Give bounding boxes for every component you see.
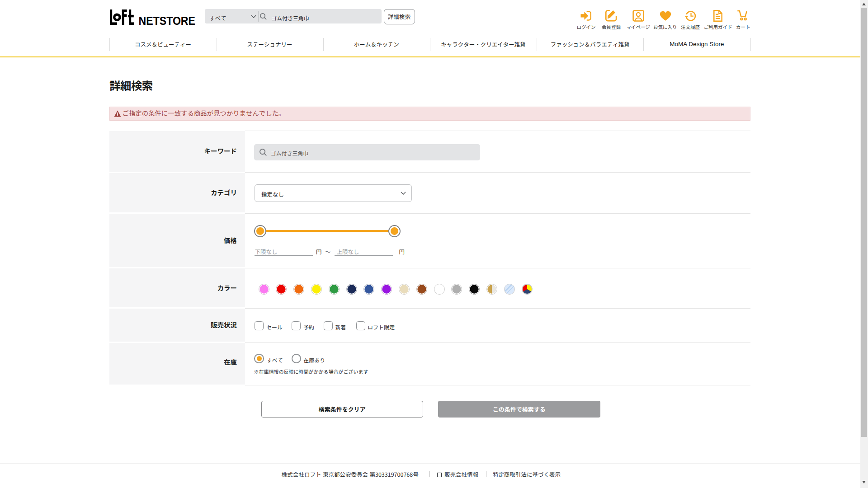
svg-text:NETSTORE: NETSTORE bbox=[139, 14, 196, 25]
